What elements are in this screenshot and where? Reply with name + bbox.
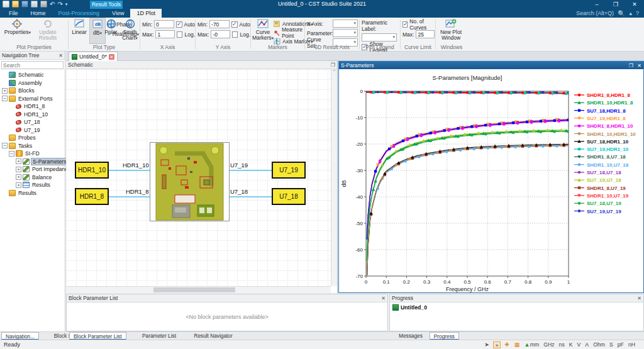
y-max-input[interactable]: -0 bbox=[211, 30, 230, 38]
tree-item-port-impedances[interactable]: +Port Impedances bbox=[0, 165, 65, 174]
wire-u7-18[interactable] bbox=[230, 196, 272, 197]
ribbon-collapse-icon[interactable]: ▴ bbox=[629, 10, 632, 16]
tree-item-hdr1-10[interactable]: HDR1_10 bbox=[0, 111, 65, 119]
no-of-curves-checkbox[interactable] bbox=[402, 21, 408, 28]
tree-item-schematic[interactable]: Schematic bbox=[0, 71, 65, 79]
document-close-icon[interactable]: ✕ bbox=[109, 54, 114, 60]
tree-expander-icon[interactable]: + bbox=[16, 174, 21, 180]
svg-text:-50: -50 bbox=[355, 221, 363, 226]
schematic-canvas[interactable]: HDR1_10 HDR1_8 U7_19 U7_18 HDR1_10 HDR1_… bbox=[66, 69, 331, 286]
schematic-horizontal-scrollbar[interactable] bbox=[66, 286, 331, 293]
linear-button[interactable]: Linear bbox=[70, 18, 89, 44]
tab-1d-plot[interactable]: 1D Plot bbox=[130, 9, 162, 18]
tree-expander-icon[interactable]: + bbox=[2, 88, 8, 94]
scrollbar-thumb[interactable] bbox=[153, 287, 236, 292]
parametric-label-dropdown[interactable] bbox=[362, 33, 397, 42]
properties-button[interactable]: Properties bbox=[3, 18, 33, 44]
search-box[interactable]: Search (Alt+Q) 🔍 ▴ ? bbox=[576, 9, 639, 18]
smith-chart-button[interactable]: Smith Chart bbox=[120, 18, 140, 44]
curve-markers-button[interactable]: Curve Markers bbox=[252, 18, 274, 44]
progress-close-icon[interactable]: ✕ bbox=[637, 296, 641, 301]
tree-expander-icon[interactable]: − bbox=[2, 96, 8, 101]
tree-item-hdr1-8[interactable]: HDR1_8 bbox=[0, 102, 65, 111]
port-block-u7-18[interactable]: U7_18 bbox=[272, 188, 306, 205]
unit-nh[interactable]: nH bbox=[628, 341, 635, 348]
y-log-checkbox[interactable] bbox=[232, 31, 238, 38]
unit-ns[interactable]: ns bbox=[559, 341, 565, 348]
schematic-maximize-icon[interactable]: ❐ bbox=[331, 62, 335, 68]
0d-parameter-dropdown[interactable] bbox=[333, 29, 358, 37]
update-results-button[interactable]: Update Results bbox=[33, 18, 63, 44]
s-parameters-chart[interactable]: S-Parameters [Magnitude]00.10.20.30.40.5… bbox=[339, 69, 643, 292]
tree-expander-icon[interactable]: − bbox=[9, 151, 14, 157]
progress-item[interactable]: Untitled_0 bbox=[390, 302, 643, 313]
unit-a[interactable]: A bbox=[585, 341, 589, 348]
x-auto-checkbox[interactable] bbox=[176, 21, 182, 28]
unit-ohm[interactable]: Ohm bbox=[593, 341, 605, 348]
tree-item-results[interactable]: +Results bbox=[0, 181, 65, 189]
tree-item-s-parameters[interactable]: +S-Parameters bbox=[0, 158, 65, 166]
tree-item-u7-18[interactable]: U7_18 bbox=[0, 118, 65, 126]
wire-u7-19[interactable] bbox=[230, 170, 272, 171]
wire-hdr1-10[interactable] bbox=[109, 170, 150, 171]
svg-text:SU7_19,HDR1_10: SU7_19,HDR1_10 bbox=[587, 147, 629, 152]
nav-search-input[interactable] bbox=[2, 62, 63, 69]
close-button[interactable]: ✕ bbox=[625, 0, 644, 9]
grid-tool-icon[interactable]: ▦ bbox=[513, 341, 521, 348]
schematic-vertical-scrollbar[interactable]: ⌃ bbox=[331, 69, 337, 286]
x-min-input[interactable]: 0 bbox=[154, 20, 174, 28]
tree-item-label: Tasks bbox=[17, 143, 33, 149]
tree-expander-icon[interactable]: + bbox=[16, 158, 21, 164]
tab-file[interactable]: File bbox=[3, 9, 25, 18]
unit-v[interactable]: V bbox=[577, 341, 581, 348]
unit-pf[interactable]: pF bbox=[618, 341, 624, 348]
help-icon[interactable]: ? bbox=[636, 10, 639, 16]
panel-maximize-icon[interactable]: ❐ bbox=[629, 63, 633, 69]
tab-home[interactable]: Home bbox=[25, 9, 52, 18]
tree-item-blocks[interactable]: +Blocks bbox=[0, 87, 65, 95]
wire-hdr1-8[interactable] bbox=[109, 196, 150, 197]
y-min-input[interactable]: -70 bbox=[209, 20, 230, 28]
nav-close-icon[interactable]: ✕ bbox=[58, 53, 63, 58]
polar-button[interactable]: Polar bbox=[102, 18, 120, 44]
port-block-u7-19[interactable]: U7_19 bbox=[272, 162, 306, 179]
nav-search[interactable] bbox=[1, 61, 64, 69]
tree-item-results[interactable]: Results bbox=[0, 189, 65, 197]
svg-text:dB: dB bbox=[95, 22, 101, 26]
tree-item-external-ports[interactable]: −External Ports bbox=[0, 95, 65, 103]
unit-ghz[interactable]: GHz bbox=[543, 341, 554, 348]
tree-expander-icon[interactable]: + bbox=[16, 167, 21, 172]
unit-mm[interactable]: mm bbox=[530, 341, 539, 348]
tree-expander-icon[interactable]: + bbox=[16, 182, 21, 188]
minimize-button[interactable]: – bbox=[587, 0, 606, 9]
tree-item-u7-19[interactable]: U7_19 bbox=[0, 126, 65, 135]
new-plot-window-button[interactable]: New Plot Window bbox=[436, 18, 466, 44]
unit-k[interactable]: K bbox=[569, 341, 573, 348]
tree-item-probes[interactable]: Probes bbox=[0, 134, 65, 142]
y-auto-checkbox[interactable] bbox=[231, 21, 237, 28]
tab-view[interactable]: View bbox=[106, 9, 130, 18]
0d-x-axis-dropdown[interactable] bbox=[333, 19, 358, 28]
unit-s[interactable]: S bbox=[609, 341, 613, 348]
tree-expander-icon[interactable]: − bbox=[2, 143, 8, 148]
tree-item-balance[interactable]: +Balance bbox=[0, 174, 65, 182]
document-tab[interactable]: Untitled_0* ✕ bbox=[69, 52, 118, 61]
tree-item-si-fd[interactable]: −SI-FD bbox=[0, 150, 65, 158]
panel-close-icon[interactable]: ✕ bbox=[637, 63, 641, 69]
tree-item-label: SI-FD bbox=[24, 150, 41, 157]
x-max-input[interactable]: 1 bbox=[155, 30, 175, 38]
port-block-hdr1-8[interactable]: HDR1_8 bbox=[75, 188, 109, 205]
pcb-block-image[interactable] bbox=[150, 142, 230, 221]
zoom-tool-icon[interactable]: ⌖ bbox=[493, 341, 501, 348]
tree-item-assembly[interactable]: Assembly bbox=[0, 79, 65, 87]
cursor-tool-icon[interactable]: ➤ bbox=[483, 341, 491, 348]
tab-post-processing[interactable]: Post-Processing bbox=[52, 9, 106, 18]
x-log-checkbox[interactable] bbox=[177, 31, 182, 38]
maximize-button[interactable]: ❐ bbox=[606, 0, 625, 9]
max-curves-input[interactable]: 25 bbox=[416, 30, 435, 38]
bpl-close-icon[interactable]: ✕ bbox=[381, 296, 386, 301]
search-icon[interactable]: 🔍 bbox=[618, 10, 625, 17]
pan-tool-icon[interactable]: ✚ bbox=[503, 341, 511, 348]
tree-item-tasks[interactable]: −Tasks bbox=[0, 142, 65, 150]
port-block-hdr1-10[interactable]: HDR1_10 bbox=[75, 162, 109, 179]
